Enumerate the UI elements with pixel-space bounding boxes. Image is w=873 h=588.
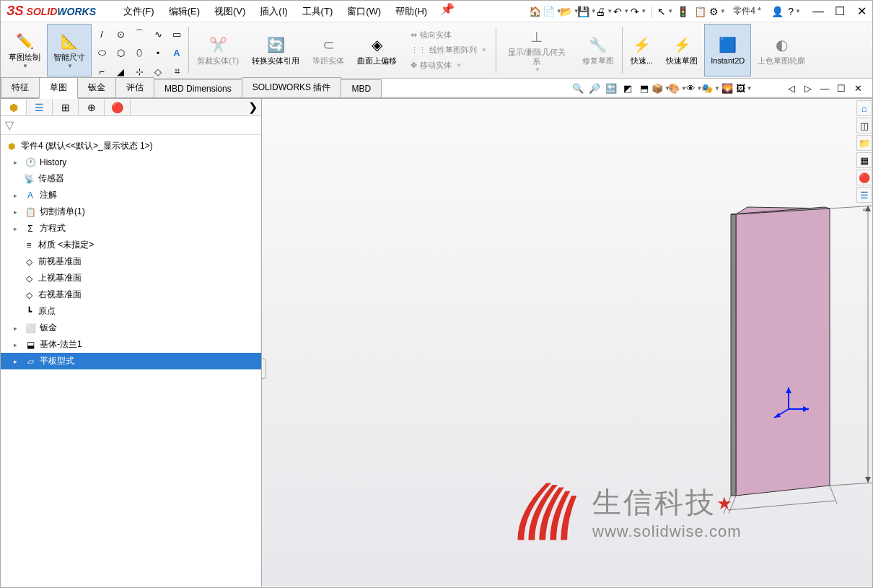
save-icon[interactable]: 💾▼ bbox=[579, 4, 594, 19]
surface-offset-button[interactable]: ◈ 曲面上偏移 bbox=[351, 24, 403, 76]
rapid-sketch-button[interactable]: ⚡ 快速草图 bbox=[659, 24, 704, 76]
sub-min-icon[interactable]: — bbox=[817, 81, 832, 95]
expand-icon[interactable]: ▸ bbox=[14, 192, 22, 199]
expand-icon[interactable]: ▸ bbox=[14, 209, 22, 216]
tree-expand-icon[interactable]: ❯ bbox=[244, 99, 261, 115]
rb-home-icon[interactable]: ⌂ bbox=[856, 100, 872, 116]
tab-plugins[interactable]: SOLIDWORKS 插件 bbox=[242, 77, 342, 97]
smart-dimension-button[interactable]: 📐 智能尺寸 ▼ bbox=[47, 24, 92, 76]
menu-view[interactable]: 视图(V) bbox=[207, 2, 253, 21]
redo-icon[interactable]: ↷▼ bbox=[631, 4, 646, 19]
section-icon[interactable]: ◩ bbox=[620, 81, 635, 95]
filter-bar[interactable]: ▽ bbox=[1, 116, 261, 135]
tree-right-plane[interactable]: ◇ 右视基准面 bbox=[1, 286, 261, 303]
splitter-handle[interactable] bbox=[262, 359, 266, 379]
tree-tab-feature[interactable]: ⬢ bbox=[1, 99, 27, 115]
spline-icon[interactable]: ∿ bbox=[149, 25, 167, 43]
open-icon[interactable]: 📂▼ bbox=[562, 4, 576, 19]
tree-front-plane[interactable]: ◇ 前视基准面 bbox=[1, 253, 261, 270]
tab-sketch[interactable]: 草图 bbox=[39, 77, 78, 99]
tree-cutlist[interactable]: ▸ 📋 切割清单(1) bbox=[1, 203, 261, 220]
close-button[interactable]: ✕ bbox=[851, 3, 872, 20]
tree-annotations[interactable]: ▸ A 注解 bbox=[1, 187, 261, 203]
render-icon[interactable]: 🖼▼ bbox=[737, 81, 751, 95]
view-orient-icon[interactable]: 📦▼ bbox=[654, 81, 668, 95]
tree-base-flange[interactable]: ▸ ⬓ 基体-法兰1 bbox=[1, 336, 261, 353]
tab-evaluate[interactable]: 评估 bbox=[115, 77, 154, 97]
circle-icon[interactable]: ⊙ bbox=[112, 25, 129, 43]
expand-icon[interactable]: ▸ bbox=[14, 325, 22, 332]
arc-icon[interactable]: ⌒ bbox=[131, 25, 148, 43]
tree-origin[interactable]: ┗ 原点 bbox=[1, 303, 261, 320]
options-icon[interactable]: 📋 bbox=[693, 4, 707, 19]
maximize-button[interactable]: ☐ bbox=[829, 3, 851, 20]
slot-icon[interactable]: ⬭ bbox=[93, 44, 110, 61]
tab-sheetmetal[interactable]: 钣金 bbox=[77, 77, 116, 97]
convert-button[interactable]: 🔄 转换实体引用 bbox=[245, 24, 306, 76]
sub-max-icon[interactable]: ☐ bbox=[834, 81, 848, 95]
sub-close-icon[interactable]: ✕ bbox=[851, 81, 865, 95]
expand-icon[interactable]: ▸ bbox=[14, 159, 22, 166]
menu-insert[interactable]: 插入(I) bbox=[253, 2, 294, 21]
tree-top-plane[interactable]: ◇ 上视基准面 bbox=[1, 270, 261, 286]
home-icon[interactable]: 🏠 bbox=[527, 4, 542, 19]
expand-icon[interactable]: ▸ bbox=[14, 341, 22, 348]
hide-show-icon[interactable]: 👁▼ bbox=[687, 81, 701, 95]
menu-tools[interactable]: 工具(T) bbox=[295, 2, 341, 21]
pin-icon[interactable]: 📌 bbox=[440, 2, 455, 21]
display-style-icon[interactable]: 🎨▼ bbox=[670, 81, 685, 95]
instant2d-button[interactable]: 🟦 Instant2D bbox=[704, 24, 751, 76]
normal-icon[interactable]: ⬒ bbox=[637, 81, 652, 95]
print-icon[interactable]: 🖨▼ bbox=[597, 4, 611, 19]
minimize-button[interactable]: — bbox=[807, 3, 829, 20]
scene-icon[interactable]: 🌄 bbox=[720, 81, 734, 95]
tree-tab-property[interactable]: ☰ bbox=[27, 99, 53, 115]
tree-sheetmetal[interactable]: ▸ ⬜ 钣金 bbox=[1, 320, 261, 336]
viewport-3d[interactable]: 117.20 生信科技٭ www.solidwise.com ⌂ ◫ 📁 ▦ 🔴 bbox=[262, 99, 872, 587]
rb-cmd-icon[interactable]: ☰ bbox=[856, 187, 872, 203]
construction-icon[interactable]: ⌗ bbox=[168, 63, 185, 80]
left-icon[interactable]: ◁ bbox=[784, 81, 799, 95]
expand-icon[interactable]: ▸ bbox=[14, 225, 22, 232]
undo-icon[interactable]: ↶▼ bbox=[614, 4, 628, 19]
point-icon[interactable]: • bbox=[149, 44, 167, 61]
appearance-icon[interactable]: 🎭▼ bbox=[703, 81, 718, 95]
tree-tab-display[interactable]: 🔴 bbox=[105, 99, 131, 115]
tree-flat-pattern[interactable]: ▸ ▱ 平板型式 bbox=[1, 353, 261, 369]
zoom-fit-icon[interactable]: 🔍 bbox=[571, 81, 585, 95]
new-doc-icon[interactable]: 📄▼ bbox=[545, 4, 559, 19]
settings-icon[interactable]: ⚙▼ bbox=[710, 4, 724, 19]
tree-history[interactable]: ▸ 🕐 History bbox=[1, 154, 261, 170]
line-icon[interactable]: / bbox=[93, 25, 110, 43]
zoom-window-icon[interactable]: 🔎 bbox=[587, 81, 602, 95]
tab-mbd[interactable]: MBD bbox=[341, 79, 382, 97]
tab-features[interactable]: 特征 bbox=[1, 77, 40, 97]
menu-edit[interactable]: 编辑(E) bbox=[162, 2, 207, 21]
sketch-draw-button[interactable]: ✏️ 草图绘制 ▼ bbox=[2, 24, 47, 76]
ellipse-icon[interactable]: ⬯ bbox=[131, 44, 148, 61]
rect-icon[interactable]: ▭ bbox=[168, 25, 185, 43]
rapid-button[interactable]: ⚡ 快速... bbox=[624, 24, 659, 76]
tree-tab-dimx[interactable]: ⊕ bbox=[79, 99, 105, 115]
menu-file[interactable]: 文件(F) bbox=[116, 2, 162, 21]
help-icon[interactable]: ?▼ bbox=[787, 4, 802, 19]
rb-folder-icon[interactable]: 📁 bbox=[856, 135, 872, 151]
search-icon[interactable]: 👤 bbox=[770, 4, 784, 19]
right-icon[interactable]: ▷ bbox=[801, 81, 815, 95]
tree-material[interactable]: ≡ 材质 <未指定> bbox=[1, 237, 261, 253]
tree-sensors[interactable]: 📡 传感器 bbox=[1, 170, 261, 187]
menu-help[interactable]: 帮助(H) bbox=[388, 2, 434, 21]
polygon-icon[interactable]: ⬡ bbox=[112, 44, 129, 61]
tree-tab-config[interactable]: ⊞ bbox=[53, 99, 79, 115]
tab-mbd-dim[interactable]: MBD Dimensions bbox=[154, 79, 242, 97]
rebuild-icon[interactable]: 🚦 bbox=[675, 4, 690, 19]
rb-feature-icon[interactable]: ◫ bbox=[856, 118, 872, 133]
tree-root[interactable]: ⬢ 零件4 (默认<<默认>_显示状态 1>) bbox=[1, 138, 261, 154]
menu-window[interactable]: 窗口(W) bbox=[340, 2, 388, 21]
rb-appearance-icon[interactable]: 🔴 bbox=[856, 170, 872, 185]
select-icon[interactable]: ↖▼ bbox=[658, 4, 672, 19]
text-icon[interactable]: A bbox=[168, 44, 185, 61]
prev-view-icon[interactable]: 🔙 bbox=[604, 81, 618, 95]
tree-equations[interactable]: ▸ Σ 方程式 bbox=[1, 220, 261, 237]
rb-view-icon[interactable]: ▦ bbox=[856, 152, 872, 168]
